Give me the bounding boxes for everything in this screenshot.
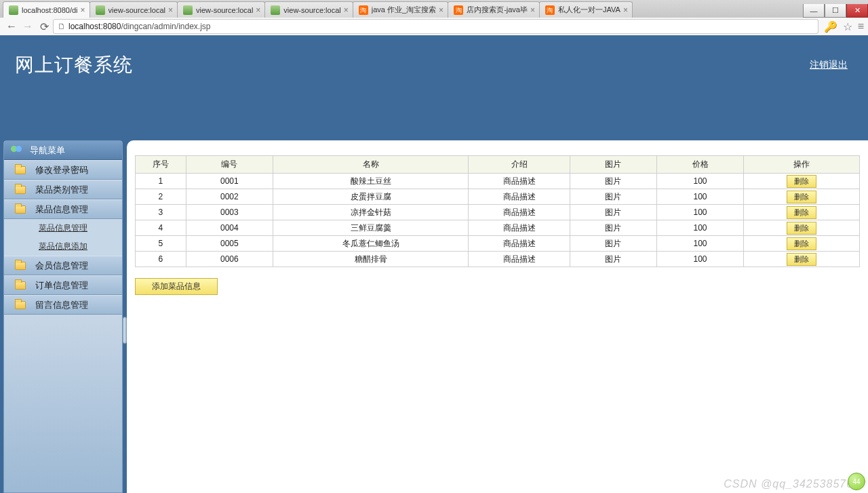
window-close[interactable]: ✕: [846, 4, 868, 18]
tab-close-icon[interactable]: ×: [623, 5, 628, 15]
nav-forward[interactable]: →: [20, 19, 35, 34]
folder-icon: [15, 186, 26, 194]
table-header: 名称: [273, 156, 468, 174]
logout-link[interactable]: 注销退出: [810, 59, 848, 71]
delete-button[interactable]: 删除: [787, 222, 816, 235]
sidebar-item[interactable]: 修改登录密码: [4, 160, 122, 180]
sidebar-item-label: 会员信息管理: [35, 260, 88, 272]
workarea: 导航菜单 修改登录密码菜品类别管理菜品信息管理菜品信息管理菜品信息添加会员信息管…: [3, 140, 868, 493]
url-host: localhost: [68, 22, 100, 31]
browser-tab[interactable]: 私人化一对一JAVA×: [539, 1, 633, 18]
table-cell: 凉拌金针菇: [273, 205, 468, 220]
browser-tab[interactable]: view-source:local×: [177, 1, 265, 18]
folder-icon: [15, 281, 26, 290]
tab-close-icon[interactable]: ×: [81, 5, 85, 15]
table-cell: 6: [136, 252, 186, 267]
table-cell: 0001: [186, 174, 273, 189]
sidebar-item[interactable]: 菜品类别管理: [4, 180, 122, 199]
sidebar-item[interactable]: 订单信息管理: [4, 275, 122, 295]
folder-icon: [15, 301, 26, 309]
table-cell: 100: [656, 252, 743, 267]
table-cell-actions: 删除: [744, 174, 860, 189]
table-row: 40004三鲜豆腐羹商品描述图片100删除: [136, 220, 860, 236]
table-row: 30003凉拌金针菇商品描述图片100删除: [136, 205, 860, 220]
delete-button[interactable]: 删除: [787, 191, 816, 203]
tab-label: view-source:local: [283, 6, 340, 14]
window-buttons: — ☐ ✕: [803, 4, 868, 18]
table-cell: 图片: [570, 189, 656, 205]
tab-label: view-source:local: [108, 6, 165, 14]
bookmark-icon[interactable]: ☆: [843, 20, 852, 33]
delete-button[interactable]: 删除: [787, 253, 816, 266]
browser-tab[interactable]: view-source:local×: [90, 1, 178, 18]
watermark: CSDN @qq_3425385768: [724, 478, 860, 490]
sidebar-subitem[interactable]: 菜品信息添加: [4, 237, 122, 256]
app-title: 网上订餐系统: [15, 52, 133, 78]
extension-badge[interactable]: 44: [848, 473, 865, 490]
dish-table: 序号编号名称介绍图片价格操作 10001酸辣土豆丝商品描述图片100删除2000…: [135, 155, 860, 267]
table-cell: 糖醋排骨: [273, 252, 468, 267]
window-minimize[interactable]: —: [803, 4, 825, 18]
table-cell: 图片: [570, 236, 656, 252]
table-cell: 5: [136, 236, 186, 252]
folder-icon: [15, 205, 26, 214]
sidebar-header-label: 导航菜单: [30, 144, 65, 157]
sidebar-item[interactable]: 留言信息管理: [4, 295, 122, 315]
add-dish-button[interactable]: 添加菜品信息: [135, 278, 218, 295]
table-cell: 酸辣土豆丝: [273, 174, 468, 189]
sidebar-item[interactable]: 菜品信息管理: [4, 199, 122, 219]
table-row: 10001酸辣土豆丝商品描述图片100删除: [136, 174, 860, 189]
tab-label: java 作业_淘宝搜索: [372, 5, 436, 15]
people-icon: [11, 146, 23, 155]
sidebar-item-label: 留言信息管理: [35, 299, 88, 311]
url-port: :8080: [100, 22, 121, 31]
site-info-icon[interactable]: 🔑: [824, 20, 837, 33]
browser-tab[interactable]: 店内搜索页-java毕×: [448, 1, 540, 18]
table-cell: 0002: [186, 189, 273, 205]
table-cell: 100: [656, 174, 743, 189]
table-header: 价格: [656, 156, 743, 174]
favicon: [9, 5, 18, 15]
browser-tabs: localhost:8080/di×view-source:local×view…: [0, 0, 868, 18]
table-cell: 冬瓜薏仁鲫鱼汤: [273, 236, 468, 252]
tab-label: view-source:local: [196, 6, 253, 14]
tab-label: localhost:8080/di: [22, 6, 78, 14]
sidebar-item[interactable]: 会员信息管理: [4, 256, 122, 275]
nav-reload[interactable]: ⟳: [37, 19, 52, 34]
tab-close-icon[interactable]: ×: [530, 5, 535, 15]
table-cell: 图片: [570, 174, 656, 189]
url-input[interactable]: 🗋 localhost:8080/dingcan/admin/index.jsp: [53, 19, 818, 34]
table-cell: 1: [136, 174, 186, 189]
tab-close-icon[interactable]: ×: [256, 5, 260, 15]
table-cell: 商品描述: [469, 236, 570, 252]
table-cell: 商品描述: [469, 220, 570, 236]
delete-button[interactable]: 删除: [787, 175, 816, 188]
table-cell: 0004: [186, 220, 273, 236]
table-cell: 0006: [186, 252, 273, 267]
window-maximize[interactable]: ☐: [825, 4, 846, 18]
delete-button[interactable]: 删除: [787, 206, 816, 219]
favicon: [545, 5, 555, 15]
tab-close-icon[interactable]: ×: [168, 5, 173, 15]
table-row: 50005冬瓜薏仁鲫鱼汤商品描述图片100删除: [136, 236, 860, 252]
sidebar-subitem[interactable]: 菜品信息管理: [4, 219, 122, 237]
table-cell: 图片: [570, 252, 656, 267]
browser-tab[interactable]: java 作业_淘宝搜索×: [353, 1, 448, 18]
table-header: 图片: [570, 156, 656, 174]
delete-button[interactable]: 删除: [787, 237, 816, 250]
sidebar-scrollbar[interactable]: [123, 317, 127, 344]
address-bar: ← → ⟳ 🗋 localhost:8080/dingcan/admin/ind…: [0, 18, 868, 35]
tab-close-icon[interactable]: ×: [439, 5, 443, 15]
table-cell: 皮蛋拌豆腐: [273, 189, 468, 205]
browser-tab[interactable]: view-source:local×: [264, 1, 353, 18]
app-header: 网上订餐系统 注销退出: [0, 35, 868, 95]
menu-icon[interactable]: ≡: [858, 20, 864, 33]
sidebar: 导航菜单 修改登录密码菜品类别管理菜品信息管理菜品信息管理菜品信息添加会员信息管…: [3, 140, 123, 493]
nav-back[interactable]: ←: [4, 19, 19, 34]
sidebar-item-label: 订单信息管理: [35, 279, 88, 292]
tab-close-icon[interactable]: ×: [344, 5, 349, 15]
table-cell: 100: [656, 205, 743, 220]
browser-tab[interactable]: localhost:8080/di×: [3, 1, 90, 18]
table-cell-actions: 删除: [744, 236, 860, 252]
table-cell: 4: [136, 220, 186, 236]
